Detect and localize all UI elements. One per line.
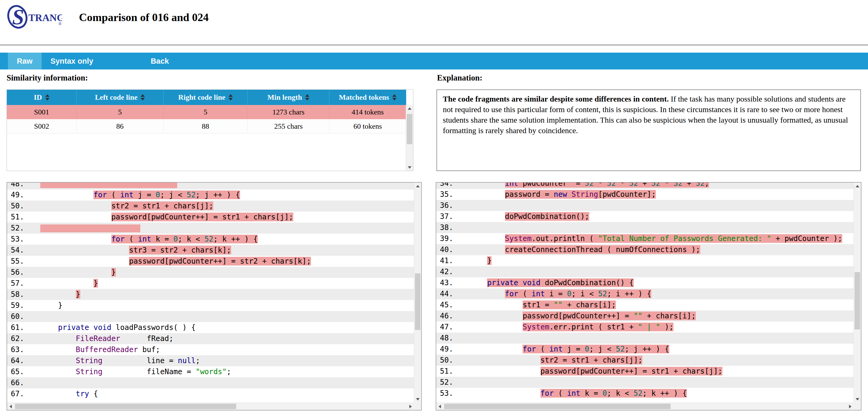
column-header-id[interactable]: ID bbox=[7, 90, 76, 105]
code-text: try { bbox=[40, 389, 98, 398]
right-code-viewport: 34. int pwdCounter = 52 * 52 * 52 + 52 *… bbox=[436, 183, 854, 403]
sort-icon[interactable] bbox=[141, 94, 145, 100]
scroll-thumb[interactable] bbox=[855, 272, 860, 329]
code-line-34: 34. int pwdCounter = 52 * 52 * 52 + 52 *… bbox=[436, 183, 854, 189]
similarity-table-body: S001551273 chars414 tokensS0028688255 ch… bbox=[7, 105, 413, 133]
scroll-down-arrow[interactable] bbox=[854, 396, 861, 403]
code-text: password[pwdCounter++] = str2 + chars[k]… bbox=[40, 257, 311, 265]
code-line-37: 37. doPwdCombination(); bbox=[436, 211, 854, 222]
code-line-45: 45. str1 = "" + chars[i]; bbox=[436, 299, 854, 311]
sort-icon[interactable] bbox=[305, 94, 309, 100]
scroll-left-arrow[interactable] bbox=[436, 403, 443, 410]
scrollbar-corner bbox=[854, 403, 861, 410]
code-line-50: 50. str2 = str1 + chars[j]; bbox=[436, 355, 854, 366]
matched-fragment: for ( int i = 0; i < 52; i ++ ) { bbox=[505, 289, 651, 298]
code-line-48: 48. bbox=[7, 183, 414, 189]
code-text: System.err.print ( str1 + " | " ); bbox=[469, 323, 674, 331]
tab-syntax-only[interactable]: Syntax only bbox=[41, 53, 102, 69]
logo-letter-s: S bbox=[12, 5, 24, 29]
scroll-thumb[interactable] bbox=[415, 274, 421, 330]
logo-text: TRANGE bbox=[28, 12, 62, 23]
matched-fragment: for ( int j = 0; j < 52; j ++ ) { bbox=[93, 191, 240, 199]
code-text bbox=[40, 224, 140, 232]
column-header-min-length[interactable]: Min length bbox=[248, 90, 329, 105]
code-text: } bbox=[40, 301, 62, 310]
code-text: str2 = str1 + chars[j]; bbox=[40, 201, 213, 210]
column-header-right-code-line[interactable]: Right code line bbox=[163, 90, 248, 105]
right-vertical-scrollbar[interactable] bbox=[854, 183, 861, 403]
sort-icon[interactable] bbox=[228, 94, 233, 100]
line-number: 46. bbox=[436, 311, 469, 322]
scroll-thumb[interactable] bbox=[15, 404, 236, 409]
matched-fragment: for ( int k = 0; k < 52; k ++ ) { bbox=[111, 235, 258, 244]
scroll-up-arrow[interactable] bbox=[854, 183, 861, 189]
code-line-61: 61. private void loadPasswords( ) { bbox=[7, 322, 414, 333]
code-text: password[pwdCounter++] = "" + chars[i]; bbox=[469, 312, 696, 320]
tab-raw[interactable]: Raw bbox=[8, 53, 41, 69]
line-number: 42. bbox=[436, 266, 469, 277]
scroll-down-arrow[interactable] bbox=[414, 396, 422, 403]
scroll-up-arrow[interactable] bbox=[406, 105, 413, 112]
code-text: int pwdCounter = 52 * 52 * 52 + 52 * 52 … bbox=[469, 183, 709, 188]
column-header-matched-tokens[interactable]: Matched tokens bbox=[329, 90, 406, 105]
left-vertical-scrollbar[interactable] bbox=[414, 183, 421, 403]
line-number: 58. bbox=[7, 289, 40, 300]
scroll-up-arrow[interactable] bbox=[414, 183, 422, 189]
code-line-65: 65. String fileName = "words"; bbox=[7, 366, 414, 377]
sort-icon[interactable] bbox=[392, 94, 397, 100]
line-number: 47. bbox=[436, 322, 469, 332]
matched-fragment: password[pwdCounter++] = str1 + chars[j]… bbox=[111, 213, 293, 221]
table-scrollbar[interactable] bbox=[406, 105, 413, 171]
code-text: for ( int j = 0; j < 52; j ++ ) { bbox=[40, 191, 240, 199]
code-text: private void doPwdCombination() { bbox=[469, 278, 634, 287]
left-horizontal-scrollbar[interactable] bbox=[7, 403, 414, 410]
scroll-thumb[interactable] bbox=[407, 114, 412, 144]
code-text: String fileName = "words"; bbox=[40, 367, 231, 376]
code-line-60: 60. bbox=[7, 311, 414, 322]
matched-fragment bbox=[40, 183, 177, 188]
column-header-left-code-line[interactable]: Left code line bbox=[76, 90, 163, 105]
code-line-35: 35. password = new String[pwdCounter]; bbox=[436, 189, 854, 200]
matched-fragment: } bbox=[76, 290, 80, 299]
explanation-section-label: Explanation: bbox=[437, 73, 482, 83]
explanation-box: The code fragments are similar despite s… bbox=[436, 90, 861, 171]
page-title: Comparison of 016 and 024 bbox=[79, 11, 209, 24]
scroll-thumb[interactable] bbox=[444, 404, 671, 409]
matched-fragment: for ( int j = 0; j < 52; j ++ ) { bbox=[523, 345, 669, 353]
table-cell: 5 bbox=[76, 105, 163, 119]
code-text: String line = null; bbox=[40, 356, 200, 365]
line-number: 53. bbox=[7, 234, 40, 245]
scroll-right-arrow[interactable] bbox=[847, 403, 854, 410]
table-cell: 414 tokens bbox=[329, 105, 406, 119]
matched-fragment: private void doPwdCombination() { bbox=[487, 278, 633, 287]
line-number: 51. bbox=[436, 366, 469, 377]
code-line-50: 50. str2 = str1 + chars[j]; bbox=[7, 200, 414, 212]
code-text: createConnectionThread ( numOfConnection… bbox=[469, 245, 700, 254]
matched-fragment: for ( int k = 0; k < 52; k ++ ) { bbox=[540, 389, 687, 397]
line-number: 63. bbox=[7, 344, 40, 355]
code-line-53: 53. for ( int k = 0; k < 52; k ++ ) { bbox=[436, 388, 854, 399]
code-line-48: 48. bbox=[436, 332, 854, 344]
line-number: 50. bbox=[7, 200, 40, 212]
line-number: 52. bbox=[7, 223, 40, 234]
similarity-table-header: IDLeft code lineRight code lineMin lengt… bbox=[7, 90, 406, 105]
code-line-53: 53. for ( int k = 0; k < 52; k ++ ) { bbox=[7, 234, 414, 245]
scroll-right-arrow[interactable] bbox=[407, 403, 414, 410]
table-row-s002[interactable]: S0028688255 chars60 tokens bbox=[7, 119, 406, 133]
line-number: 64. bbox=[7, 355, 40, 366]
scroll-down-arrow[interactable] bbox=[406, 164, 413, 171]
line-number: 45. bbox=[436, 299, 469, 311]
toolbar: Raw Syntax only Back bbox=[0, 53, 868, 69]
sort-icon[interactable] bbox=[45, 94, 50, 100]
right-horizontal-scrollbar[interactable] bbox=[436, 403, 854, 410]
column-header-label: Min length bbox=[268, 93, 302, 102]
matched-fragment: System.out.println ( "Total Number of Pa… bbox=[505, 234, 842, 243]
table-row-s001[interactable]: S001551273 chars414 tokens bbox=[7, 105, 406, 119]
code-line-62: 62. FileReader fRead; bbox=[7, 333, 414, 344]
line-number: 59. bbox=[7, 300, 40, 311]
code-line-36: 36. bbox=[436, 200, 854, 211]
tab-back[interactable]: Back bbox=[142, 53, 178, 69]
scroll-left-arrow[interactable] bbox=[7, 403, 14, 410]
code-line-63: 63. BufferedReader buf; bbox=[7, 344, 414, 355]
line-number: 44. bbox=[436, 288, 469, 299]
